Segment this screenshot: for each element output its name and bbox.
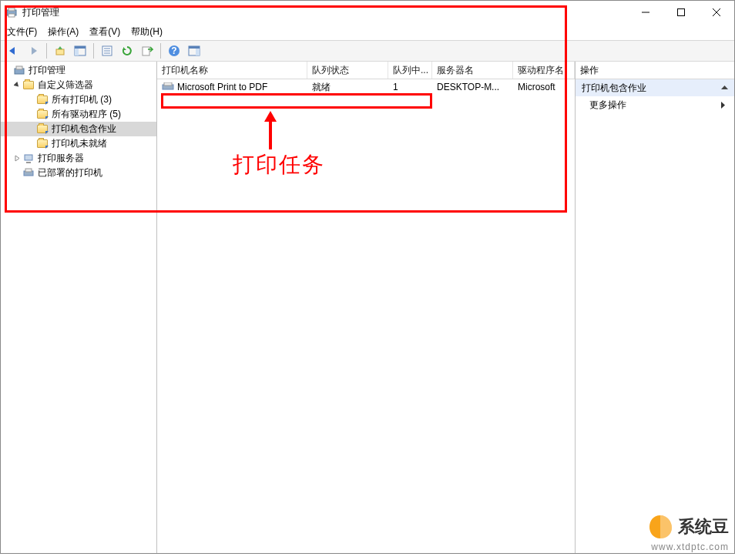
col-printer-name[interactable]: 打印机名称 bbox=[157, 62, 307, 79]
properties-button[interactable] bbox=[98, 42, 116, 59]
tree-custom-filters[interactable]: 自定义筛选器 bbox=[1, 78, 156, 92]
svg-rect-2 bbox=[8, 14, 15, 17]
cell-server: DESKTOP-M... bbox=[432, 82, 513, 92]
svg-rect-23 bbox=[25, 155, 32, 160]
show-hide-tree-button[interactable] bbox=[71, 42, 89, 59]
chevron-right-icon bbox=[721, 102, 725, 109]
filter-icon bbox=[36, 138, 49, 150]
collapse-up-icon bbox=[721, 86, 728, 90]
print-management-window: 打印管理 文件(F) 操作(A) 查看(V) 帮助(H) ? 打印管理 bbox=[0, 0, 735, 554]
server-icon bbox=[22, 153, 35, 165]
svg-rect-10 bbox=[75, 49, 79, 55]
help-button[interactable]: ? bbox=[165, 42, 183, 59]
folder-icon bbox=[22, 79, 35, 92]
nav-forward-button[interactable] bbox=[24, 42, 42, 59]
tree-label: 已部署的打印机 bbox=[38, 166, 102, 179]
app-icon bbox=[5, 6, 18, 18]
tree-label: 所有驱动程序 (5) bbox=[52, 108, 121, 121]
svg-rect-20 bbox=[196, 49, 200, 55]
col-server[interactable]: 服务器名 bbox=[432, 62, 513, 79]
filter-icon bbox=[36, 123, 49, 136]
svg-rect-28 bbox=[164, 82, 172, 86]
menu-view[interactable]: 查看(V) bbox=[89, 25, 120, 39]
up-button[interactable] bbox=[51, 42, 69, 59]
tree-label: 打印服务器 bbox=[38, 152, 84, 165]
minimize-button[interactable] bbox=[628, 1, 663, 24]
list-header: 打印机名称 队列状态 队列中... 服务器名 驱动程序名 bbox=[157, 62, 575, 79]
close-button[interactable] bbox=[699, 1, 734, 24]
navigation-tree[interactable]: 打印管理 自定义筛选器 所有打印机 (3) 所有驱动程序 (5) 打印机包含作业 bbox=[1, 62, 157, 553]
cell-printer-name: Microsoft Print to PDF bbox=[157, 82, 307, 92]
chevron-right-icon[interactable] bbox=[12, 155, 22, 162]
actions-more-link[interactable]: 更多操作 bbox=[576, 96, 734, 113]
tree-label: 打印机包含作业 bbox=[52, 122, 116, 136]
svg-rect-15 bbox=[143, 47, 149, 55]
tree-printers-not-ready[interactable]: 打印机未就绪 bbox=[1, 136, 156, 151]
menu-action[interactable]: 操作(A) bbox=[48, 25, 79, 39]
svg-text:?: ? bbox=[171, 45, 176, 56]
table-row[interactable]: Microsoft Print to PDF 就绪 1 DESKTOP-M...… bbox=[157, 79, 575, 95]
col-driver[interactable]: 驱动程序名 bbox=[513, 62, 575, 79]
tree-label: 打印机未就绪 bbox=[52, 137, 107, 150]
svg-rect-4 bbox=[678, 9, 685, 16]
cell-jobs: 1 bbox=[388, 82, 432, 92]
menubar: 文件(F) 操作(A) 查看(V) 帮助(H) bbox=[1, 24, 734, 40]
titlebar: 打印管理 bbox=[1, 1, 734, 24]
svg-rect-26 bbox=[25, 169, 32, 172]
svg-rect-24 bbox=[26, 162, 31, 163]
cell-driver: Microsoft bbox=[513, 82, 575, 92]
printer-icon bbox=[13, 65, 25, 77]
cell-status: 就绪 bbox=[307, 81, 388, 94]
printer-icon bbox=[162, 82, 174, 92]
toolbar-divider bbox=[160, 43, 161, 59]
col-queue-status[interactable]: 队列状态 bbox=[307, 62, 388, 79]
export-button[interactable] bbox=[138, 42, 156, 59]
tree-deployed-printers[interactable]: 已部署的打印机 bbox=[1, 166, 156, 180]
nav-back-button[interactable] bbox=[4, 42, 22, 59]
tree-printers-with-jobs[interactable]: 打印机包含作业 bbox=[1, 122, 156, 136]
svg-rect-7 bbox=[56, 49, 64, 55]
tree-all-drivers[interactable]: 所有驱动程序 (5) bbox=[1, 107, 156, 122]
printer-list: 打印机名称 队列状态 队列中... 服务器名 驱动程序名 Microsoft P… bbox=[157, 62, 576, 553]
menu-help[interactable]: 帮助(H) bbox=[131, 25, 163, 39]
toolbar: ? bbox=[1, 40, 734, 62]
filter-icon bbox=[36, 94, 49, 106]
actions-header: 操作 bbox=[576, 62, 734, 79]
window-title: 打印管理 bbox=[22, 6, 628, 19]
actions-pane: 操作 打印机包含作业 更多操作 bbox=[576, 62, 734, 553]
svg-rect-22 bbox=[16, 66, 22, 69]
tree-root-print-management[interactable]: 打印管理 bbox=[1, 63, 156, 78]
tree-print-servers[interactable]: 打印服务器 bbox=[1, 151, 156, 166]
tree-all-printers[interactable]: 所有打印机 (3) bbox=[1, 92, 156, 107]
tree-label: 所有打印机 (3) bbox=[52, 93, 112, 106]
filter-icon bbox=[36, 109, 49, 121]
toolbar-divider bbox=[93, 43, 94, 59]
svg-rect-1 bbox=[8, 8, 15, 11]
col-queue-jobs[interactable]: 队列中... bbox=[388, 62, 432, 79]
svg-rect-19 bbox=[189, 46, 200, 49]
actions-section-title[interactable]: 打印机包含作业 bbox=[576, 79, 734, 96]
toolbar-divider bbox=[46, 43, 47, 59]
tree-label: 自定义筛选器 bbox=[38, 79, 93, 92]
tree-label: 打印管理 bbox=[29, 64, 65, 77]
refresh-button[interactable] bbox=[118, 42, 136, 59]
show-hide-action-pane-button[interactable] bbox=[185, 42, 203, 59]
printer-icon bbox=[22, 167, 35, 179]
maximize-button[interactable] bbox=[663, 1, 699, 24]
svg-rect-9 bbox=[75, 46, 86, 49]
menu-file[interactable]: 文件(F) bbox=[7, 25, 37, 39]
chevron-down-icon[interactable] bbox=[12, 82, 22, 89]
